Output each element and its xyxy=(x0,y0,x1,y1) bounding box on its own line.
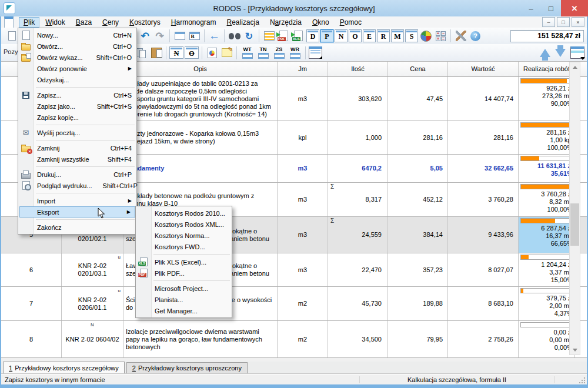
window-zs-button[interactable]: ZS xyxy=(271,47,287,59)
binoculars-search-icon[interactable] xyxy=(227,29,242,43)
view-button-o[interactable]: O xyxy=(349,29,362,42)
header-cena[interactable]: Cena xyxy=(388,62,448,76)
table-row[interactable]: 8 NKNR 2-02 0604/02 Izolacje przeciwwilg… xyxy=(1,321,587,358)
submenu-item-pdf[interactable]: PDFPlik PDF... xyxy=(136,267,232,279)
window-wr-button[interactable]: WR xyxy=(287,47,303,59)
pie-document-icon[interactable] xyxy=(205,46,219,60)
submenu-item-rodos-2010[interactable]: Kosztorys Rodos 2010... xyxy=(136,208,232,219)
panel-view-icon[interactable] xyxy=(172,29,187,43)
menu-item-podglad-wydruku[interactable]: Podgląd wydruku...Shift+Ctrl+P xyxy=(18,180,136,191)
row-price: 357,23 xyxy=(388,253,448,286)
grid-layout-icon[interactable] xyxy=(568,46,587,60)
note-edit-icon[interactable] xyxy=(219,46,234,60)
menu-item-otworz[interactable]: Otwórz...Ctrl+O xyxy=(18,41,136,52)
table-row[interactable]: 7 uKNR 2-02 0206/01.1 Ściany betonowe gr… xyxy=(1,287,587,321)
menu-baza[interactable]: Baza xyxy=(71,17,96,28)
paste-icon[interactable] xyxy=(149,46,163,60)
menu-realizacja[interactable]: Realizacja xyxy=(222,17,264,28)
header-wartosc[interactable]: Wartość xyxy=(448,62,519,76)
row-value: 281,16 xyxy=(448,121,519,154)
move-up-icon[interactable] xyxy=(540,49,550,57)
menu-pomoc[interactable]: Pomoc xyxy=(335,17,366,28)
row-description: Izolacje przeciwwilgociowe dwiema warstw… xyxy=(123,321,278,357)
scrollbar-thumb[interactable] xyxy=(570,203,579,246)
menu-item-otworz-wykaz[interactable]: Otwórz wykaz...Shift+Ctrl+O xyxy=(18,52,136,63)
header-opis[interactable]: Opis xyxy=(123,62,278,76)
child-window-icon[interactable] xyxy=(4,16,14,28)
child-minimize-button[interactable]: – xyxy=(542,17,555,27)
tab-kosztorys-szczegolowy[interactable]: 1Przykładowy kosztorys szczegółowy xyxy=(3,362,125,373)
list-menu-icon[interactable] xyxy=(308,46,323,60)
submenu-item-xls[interactable]: XLSPlik XLS (Excel)... xyxy=(136,256,232,267)
panel-view-b-icon[interactable]: B xyxy=(187,29,202,43)
header-jm[interactable]: Jm xyxy=(278,62,328,76)
toggle-o-button[interactable]: O xyxy=(185,46,199,59)
mail-icon: ✉ xyxy=(21,128,31,138)
scroll-up-icon[interactable] xyxy=(570,62,580,72)
menu-item-nowy[interactable]: Nowy...Ctrl+N xyxy=(18,29,136,41)
menu-item-wyslij-poczta[interactable]: ✉Wyślij pocztą... xyxy=(18,127,136,138)
move-down-icon[interactable] xyxy=(555,49,566,57)
menu-item-zapisz[interactable]: Zapisz...Ctrl+S xyxy=(18,89,136,101)
view-button-m[interactable]: M xyxy=(391,29,404,42)
menu-item-otworz-ponownie[interactable]: Otwórz ponownie▶ xyxy=(18,63,136,74)
submenu-item-rodos-xml[interactable]: Kosztorys Rodos XML... xyxy=(136,219,232,230)
header-ilosc[interactable]: Ilość xyxy=(328,62,388,76)
minimize-button[interactable]: – xyxy=(521,0,541,16)
refresh-icon[interactable]: ↻ xyxy=(242,29,256,43)
tab-kosztorys-uproszczony[interactable]: 2Przykładowy kosztorys uproszczony xyxy=(126,362,248,373)
pie-chart-icon[interactable] xyxy=(419,29,433,43)
calculator-icon[interactable]: +−×= xyxy=(433,29,448,43)
menu-kosztorys[interactable]: Kosztorys xyxy=(125,17,165,28)
scroll-down-icon[interactable] xyxy=(570,345,580,354)
menu-plik[interactable]: Plik xyxy=(19,17,39,28)
menu-item-import[interactable]: Import▶ xyxy=(18,195,136,206)
resize-grip[interactable] xyxy=(579,377,586,383)
maximize-button[interactable]: □ xyxy=(541,0,561,16)
submenu-item-planista[interactable]: Planista... xyxy=(136,294,232,305)
window-tn-button[interactable]: TN xyxy=(255,47,271,59)
menu-narzedzia[interactable]: Narzędzia xyxy=(265,17,306,28)
view-button-e[interactable]: E xyxy=(363,29,376,42)
undo-icon[interactable]: ↶ xyxy=(138,29,152,43)
view-button-s[interactable]: S xyxy=(405,29,418,42)
window-wt-button[interactable]: WT xyxy=(239,47,255,59)
menu-item-drukuj[interactable]: Drukuj...Ctrl+P xyxy=(18,169,136,180)
redo-icon[interactable]: ↷ xyxy=(152,29,167,43)
view-button-d[interactable]: D xyxy=(306,29,319,42)
menu-item-zapisz-kopie[interactable]: Zapisz kopię... xyxy=(18,112,136,123)
menu-okno[interactable]: Okno xyxy=(308,17,334,28)
submenu-arrow-icon: ▶ xyxy=(128,66,132,71)
view-button-r[interactable]: R xyxy=(377,29,390,42)
submenu-item-get-manager[interactable]: Get Manager... xyxy=(136,305,232,316)
view-button-n[interactable]: N xyxy=(335,29,348,42)
tools-icon[interactable] xyxy=(453,29,468,43)
row-realization: 926,21 zł 273,26 m3 90,00% xyxy=(519,77,575,121)
app-icon[interactable] xyxy=(4,2,15,14)
help-icon[interactable]: ? xyxy=(468,29,483,43)
menu-harmonogram[interactable]: Harmonogram xyxy=(166,17,221,28)
yellow-list-icon[interactable] xyxy=(262,29,276,43)
menu-item-odzyskaj[interactable]: Odzyskaj... xyxy=(18,74,136,85)
menu-widok[interactable]: Widok xyxy=(41,17,69,28)
menu-item-zamknij[interactable]: ZamknijCtrl+F4 xyxy=(18,142,136,153)
vertical-scrollbar[interactable] xyxy=(569,62,580,355)
view-button-p[interactable]: P xyxy=(320,29,333,42)
table-row[interactable]: 6 uKNR 2-02 0201/03.1 Ławy fundamentowe … xyxy=(1,253,587,287)
toggle-n-button[interactable]: N xyxy=(169,46,183,59)
submenu-item-norma[interactable]: Kosztorys Norma... xyxy=(136,230,232,241)
close-button[interactable]: ✕ xyxy=(561,0,588,16)
child-close-button[interactable]: × xyxy=(572,17,584,27)
menu-item-zapisz-jako[interactable]: Zapisz jako...Shift+Ctrl+S xyxy=(18,101,136,112)
menu-item-zamknij-wszystkie[interactable]: Zamknij wszystkieShift+F4 xyxy=(18,153,136,165)
menu-item-zakoncz[interactable]: Zakończ xyxy=(18,222,136,233)
menu-item-eksport[interactable]: Eksport▶ xyxy=(19,206,135,218)
export-pdf-icon[interactable]: PDF xyxy=(276,29,291,43)
export-xls-icon[interactable]: XLS xyxy=(291,29,306,43)
submenu-item-fwd[interactable]: Kosztorys FWD... xyxy=(136,241,232,252)
header-realizacja[interactable]: Realizacja robót xyxy=(519,62,575,76)
menu-ceny[interactable]: Ceny xyxy=(98,17,123,28)
child-restore-button[interactable]: □ xyxy=(557,17,570,27)
back-arrow-icon[interactable]: ← xyxy=(207,29,222,43)
submenu-item-ms-project[interactable]: Microsoft Project... xyxy=(136,283,232,294)
